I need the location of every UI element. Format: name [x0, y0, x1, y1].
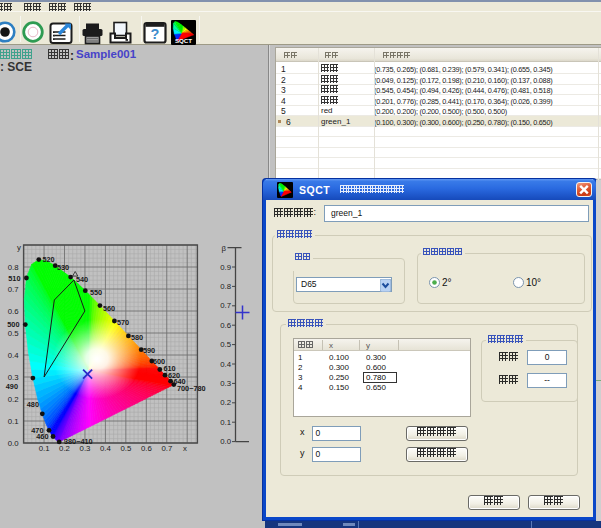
svg-text:0.6: 0.6 — [220, 321, 231, 330]
svg-text:560: 560 — [103, 304, 115, 313]
svg-text:490: 490 — [6, 382, 18, 391]
svg-text:0.7: 0.7 — [8, 285, 19, 294]
svg-text:β: β — [222, 244, 227, 253]
svg-text:0.7: 0.7 — [161, 444, 172, 453]
svg-text:590: 590 — [143, 346, 155, 355]
svg-text:0.1: 0.1 — [8, 417, 19, 426]
svg-text:y: y — [17, 243, 21, 252]
svg-text:0.8: 0.8 — [220, 282, 231, 291]
svg-text:0.6: 0.6 — [141, 444, 152, 453]
svg-text:480: 480 — [27, 400, 39, 409]
svg-text:0.4: 0.4 — [220, 360, 232, 369]
svg-text:520: 520 — [43, 255, 55, 264]
svg-text:x: x — [183, 444, 187, 453]
svg-text:0.3: 0.3 — [8, 373, 19, 382]
svg-text:0.5: 0.5 — [220, 340, 232, 349]
svg-text:580: 580 — [131, 333, 143, 342]
svg-text:0.3: 0.3 — [80, 444, 91, 453]
svg-text:0.2: 0.2 — [59, 444, 70, 453]
svg-text:0.1: 0.1 — [220, 418, 231, 427]
svg-text:530: 530 — [57, 263, 69, 272]
svg-text:0.8: 0.8 — [8, 263, 19, 272]
svg-text:0.3: 0.3 — [220, 379, 231, 388]
svg-text:0.6: 0.6 — [8, 307, 19, 316]
svg-text:0.4: 0.4 — [8, 351, 20, 360]
svg-text:0.0: 0.0 — [8, 439, 20, 448]
svg-text:0.1: 0.1 — [39, 444, 50, 453]
svg-text:0.7: 0.7 — [220, 301, 231, 310]
svg-text:0.0: 0.0 — [220, 437, 232, 446]
svg-text:460: 460 — [36, 432, 48, 441]
svg-text:570: 570 — [117, 318, 129, 327]
svg-text:0.2: 0.2 — [8, 395, 19, 404]
svg-text:550: 550 — [90, 288, 102, 297]
svg-text:0.9: 0.9 — [220, 263, 231, 272]
svg-text:0.5: 0.5 — [8, 329, 20, 338]
svg-text:700~780: 700~780 — [177, 384, 206, 393]
svg-text:0.5: 0.5 — [120, 444, 132, 453]
svg-text:0.2: 0.2 — [220, 398, 231, 407]
svg-text:510: 510 — [8, 274, 20, 283]
svg-text:?: ? — [151, 26, 160, 42]
svg-text:SQCT: SQCT — [175, 37, 192, 44]
svg-text:0.4: 0.4 — [100, 444, 112, 453]
